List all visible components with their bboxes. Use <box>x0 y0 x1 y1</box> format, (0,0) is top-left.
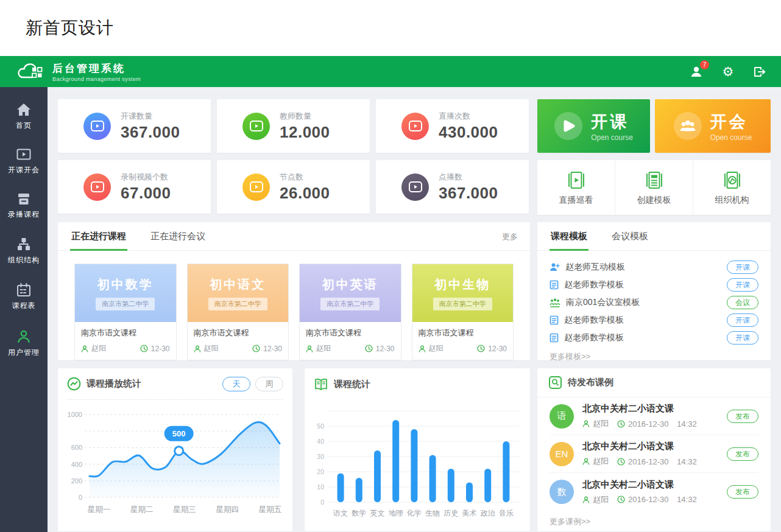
clock-icon <box>365 345 373 352</box>
quick-link-live-patrol[interactable]: 直播巡看 <box>537 160 615 215</box>
publish-button[interactable]: 发布 <box>727 447 758 461</box>
toggle-day-button[interactable]: 天 <box>222 377 250 391</box>
sidebar-item-schedule[interactable]: 课程表 <box>0 279 48 315</box>
svg-text:语文: 语文 <box>333 509 348 517</box>
settings-button[interactable]: ⚙ <box>720 64 736 80</box>
pending-item: 语 北京中关村二小语文课 赵阳 2016-12-30 14:32 发布 <box>550 397 758 435</box>
stats-grid: 开课数量367.000 教师数量12.000 直播次数430.000 <box>58 99 530 214</box>
clock-icon <box>617 420 625 428</box>
quick-link-create-template[interactable]: 创建模板 <box>615 160 693 215</box>
tab-ongoing-meetings[interactable]: 正在进行会议 <box>149 231 207 250</box>
course-card-biology[interactable]: 初中生物 南京市第二中学 南京市语文课程 赵阳 12-30 <box>412 264 514 360</box>
school-badge: 南京市第二中学 <box>208 298 267 310</box>
svg-text:星期五: 星期五 <box>259 505 282 514</box>
logout-button[interactable] <box>752 64 768 80</box>
book-icon <box>314 378 328 391</box>
school-badge: 南京市第二中学 <box>320 298 380 310</box>
course-card-math[interactable]: 初中数学 南京市第二中学 南京市语文课程 赵阳 12-30 <box>74 264 177 360</box>
svg-text:美术: 美术 <box>462 509 477 517</box>
more-templates-link[interactable]: 更多模板>> <box>550 346 758 362</box>
user-notifications-button[interactable]: 7 <box>688 64 704 80</box>
stat-card-teachers: 教师数量12.000 <box>217 99 370 153</box>
open-course-button[interactable]: 开课 Open course <box>537 99 650 153</box>
svg-text:英文: 英文 <box>370 509 385 517</box>
main-content: 开课数量367.000 教师数量12.000 直播次数430.000 <box>48 87 781 532</box>
course-cards-row: 初中数学 南京市第二中学 南京市语文课程 赵阳 12-30 <box>58 251 530 373</box>
course-stats-panel: 课程统计 01020304050语文数学英文地理化学生物历史美术政治音乐 <box>305 368 530 531</box>
school-badge: 南京市第二中学 <box>433 298 492 310</box>
trend-circle-icon <box>67 377 81 391</box>
start-course-button[interactable]: 开课 <box>727 261 758 274</box>
person-icon <box>419 345 426 352</box>
pending-list: 语 北京中关村二小语文课 赵阳 2016-12-30 14:32 发布 <box>537 397 771 511</box>
meeting-room-icon <box>550 298 560 307</box>
sidebar-item-live[interactable]: 开课开会 <box>0 145 48 179</box>
publish-button[interactable]: 发布 <box>727 410 758 423</box>
calendar-icon <box>16 283 31 296</box>
quick-link-organization[interactable]: 组织机构 <box>693 160 771 215</box>
line-chart: 02004006001000星期一星期二星期三星期四星期五500 <box>58 400 292 527</box>
sidebar: 首页 开课开会 录播课程 <box>0 87 48 532</box>
document-icon <box>550 280 559 290</box>
live-class-icon <box>16 149 31 161</box>
clock-icon <box>617 495 625 503</box>
tab-ongoing-courses[interactable]: 正在进行课程 <box>70 231 127 250</box>
sidebar-item-org[interactable]: 组织结构 <box>0 234 48 269</box>
gear-icon: ⚙ <box>723 65 734 78</box>
course-card-english[interactable]: 初中英语 南京市第二中学 南京市语文课程 赵阳 12-30 <box>299 264 401 360</box>
sidebar-item-home[interactable]: 首页 <box>0 99 48 135</box>
template-row: 赵老师互动模板 开课 <box>550 258 758 276</box>
more-lessons-link[interactable]: 更多课例>> <box>537 511 771 532</box>
tab-meeting-templates[interactable]: 会议模板 <box>610 231 649 250</box>
start-course-button[interactable]: 开课 <box>727 278 758 292</box>
person-icon <box>81 345 88 352</box>
svg-text:10: 10 <box>317 483 324 491</box>
svg-text:化学: 化学 <box>406 509 422 517</box>
more-courses-link[interactable]: 更多 <box>502 231 518 250</box>
user-plus-icon <box>550 262 560 271</box>
start-course-button[interactable]: 开课 <box>727 331 758 345</box>
tab-course-templates[interactable]: 课程模板 <box>550 231 588 250</box>
org-structure-icon <box>16 237 31 251</box>
clock-icon <box>617 458 625 466</box>
svg-text:音乐: 音乐 <box>499 509 514 517</box>
clock-icon <box>252 345 260 352</box>
sidebar-item-users[interactable]: 用户管理 <box>0 325 48 362</box>
live-patrol-icon <box>564 169 588 191</box>
app-logo <box>16 62 44 82</box>
sidebar-item-recordings[interactable]: 录播课程 <box>0 189 48 223</box>
video-stat-icon <box>242 173 270 201</box>
svg-text:星期四: 星期四 <box>216 505 239 514</box>
person-icon <box>582 458 590 465</box>
template-row: 赵老师数学模板 开课 <box>550 329 758 346</box>
recorder-icon <box>16 193 31 205</box>
course-card-chinese[interactable]: 初中语文 南京市第二中学 南京市语文课程 赵阳 12-30 <box>187 264 289 360</box>
video-stat-icon <box>242 113 270 140</box>
template-row: 赵老师数学模板 开课 <box>550 311 758 329</box>
person-icon <box>194 345 201 352</box>
publish-button[interactable]: 发布 <box>727 485 758 499</box>
header-actions: 7 ⚙ <box>688 64 768 80</box>
open-meeting-button[interactable]: 开会 Open course <box>655 99 771 153</box>
start-meeting-button[interactable]: 会议 <box>727 296 758 309</box>
svg-text:50: 50 <box>317 422 324 430</box>
cloud-logo-icon <box>16 62 44 82</box>
video-stat-icon <box>83 113 111 140</box>
search-doc-icon <box>548 376 562 390</box>
stat-card-open-courses: 开课数量367.000 <box>58 99 211 153</box>
pending-item: 数 北京中关村二小语文课 赵阳 2016-12-30 14:32 发布 <box>550 473 758 511</box>
user-management-icon <box>16 329 31 343</box>
stat-card-vod-count: 点播数367.000 <box>376 160 529 214</box>
page: 新首页设计 后台管理系统 Background management syste… <box>0 0 781 532</box>
start-course-button[interactable]: 开课 <box>727 313 758 327</box>
create-template-icon <box>642 169 666 191</box>
play-stats-panel: 课程播放统计 天 周 02004006001000星期一星期二星期三星期四星期五… <box>58 368 292 531</box>
svg-text:200: 200 <box>71 477 82 485</box>
toggle-week-button[interactable]: 周 <box>255 377 283 391</box>
app-header: 后台管理系统 Background management system 7 ⚙ <box>0 56 781 87</box>
group-icon <box>674 112 702 140</box>
clock-icon <box>140 345 148 352</box>
svg-text:0: 0 <box>320 499 324 506</box>
svg-text:星期三: 星期三 <box>173 505 196 514</box>
svg-text:地理: 地理 <box>389 509 403 517</box>
